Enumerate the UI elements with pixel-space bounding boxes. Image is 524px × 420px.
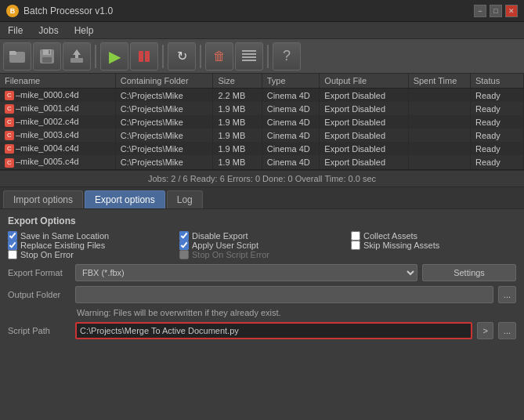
output-row: Output Folder ... [8,286,516,303]
save-in-same-location-checkbox[interactable] [8,231,17,241]
table-row[interactable]: C–mike_0005.c4d C:\Projects\Mike 1.9 MB … [0,155,524,168]
format-select[interactable]: FBX (*.fbx) [75,264,417,281]
separator-3 [200,45,201,68]
tab-export[interactable]: Export options [85,190,165,208]
replace-existing-row: Replace Existing Files [8,241,173,250]
apply-user-script-row: Apply User Script [179,241,345,250]
menu-jobs[interactable]: Jobs [35,24,61,38]
options-grid: Save in Same Location Replace Existing F… [8,231,516,259]
col2: Disable Export Apply User Script Stop On… [179,231,345,259]
refresh-btn[interactable]: ↻ [168,42,196,71]
cell-status: Ready [470,102,523,115]
cell-folder: C:\Projects\Mike [115,129,213,142]
replace-existing-checkbox[interactable] [8,241,17,250]
stop-on-script-error-label: Stop On Script Error [192,250,269,259]
list-btn[interactable] [235,42,263,71]
apply-user-script-label: Apply User Script [192,241,258,250]
svg-rect-5 [42,57,52,63]
cell-type: Cinema 4D [262,155,320,168]
cell-status: Ready [470,89,523,103]
minimize-button[interactable]: − [474,5,486,17]
output-browse-button[interactable]: ... [498,286,516,303]
col1: Save in Same Location Replace Existing F… [8,231,173,259]
cell-output: Export Disabled [320,142,408,155]
collect-assets-label: Collect Assets [363,231,417,241]
cell-type: Cinema 4D [262,142,320,155]
title-text: Batch Processor v1.0 [23,5,474,16]
script-label: Script Path [8,326,70,335]
export-panel: Export Options Save in Same Location Rep… [0,209,524,346]
cell-filename: C–mike_0003.c4d [0,129,115,142]
col-output: Output File [320,74,408,89]
col3: Collect Assets Skip Missing Assets [351,231,516,259]
play-btn[interactable]: ▶ [100,42,128,71]
cell-output: Export Disabled [320,89,408,103]
col-filename: Filename [0,74,115,89]
cell-filename: C–mike_0001.c4d [0,102,115,115]
script-input[interactable] [75,322,472,339]
output-label: Output Folder [8,290,70,299]
menu-bar: File Jobs Help [0,22,524,39]
cell-type: Cinema 4D [262,102,320,115]
script-run-button[interactable]: > [477,322,493,339]
format-row: Export Format FBX (*.fbx) Settings [8,264,516,281]
menu-help[interactable]: Help [71,24,97,38]
svg-rect-9 [139,51,143,62]
skip-missing-checkbox[interactable] [351,241,360,250]
cell-spent [408,89,470,103]
export-btn[interactable] [63,42,91,71]
stop-on-error-checkbox[interactable] [8,250,17,259]
panel-title: Export Options [8,215,516,226]
settings-button[interactable]: Settings [422,264,516,281]
cell-filename: C–mike_0005.c4d [0,155,115,168]
table-row[interactable]: C–mike_0003.c4d C:\Projects\Mike 1.9 MB … [0,129,524,142]
table-row[interactable]: C–mike_0004.c4d C:\Projects\Mike 1.9 MB … [0,142,524,155]
delete-btn[interactable]: 🗑 [205,42,233,71]
disable-export-row: Disable Export [179,231,345,241]
stop-on-script-error-checkbox[interactable] [179,250,189,259]
col-spent: Spent Time [408,74,470,89]
file-table: Filename Containing Folder Size Type Out… [0,74,524,169]
svg-marker-8 [73,49,81,58]
menu-file[interactable]: File [5,24,26,38]
output-input[interactable] [75,286,493,303]
col-folder: Containing Folder [115,74,213,89]
cell-filename: C–mike_0000.c4d [0,89,115,103]
open-btn[interactable] [3,42,31,71]
toolbar: ▶ ↻ 🗑 ? [0,39,524,74]
separator-4 [267,45,269,68]
disable-export-checkbox[interactable] [179,231,189,241]
col-type: Type [262,74,320,89]
stop-btn[interactable] [130,42,158,71]
svg-rect-10 [145,51,150,62]
maximize-button[interactable]: □ [490,5,502,17]
stop-on-script-error-row: Stop On Script Error [179,250,345,259]
svg-rect-7 [70,58,83,63]
separator-1 [95,45,96,68]
file-table-body: C–mike_0000.c4d C:\Projects\Mike 2.2 MB … [0,89,524,169]
table-row[interactable]: C–mike_0002.c4d C:\Projects\Mike 1.9 MB … [0,115,524,129]
format-label: Export Format [8,268,70,277]
help-btn[interactable]: ? [273,42,301,71]
tab-import[interactable]: Import options [3,190,83,208]
script-browse-button[interactable]: ... [498,322,516,339]
col-size: Size [213,74,262,89]
cell-size: 1.9 MB [213,115,262,129]
collect-assets-checkbox[interactable] [351,231,360,241]
table-row[interactable]: C–mike_0001.c4d C:\Projects\Mike 1.9 MB … [0,102,524,115]
status-text: Jobs: 2 / 6 Ready: 6 Errors: 0 Done: 0 O… [148,174,376,183]
cell-type: Cinema 4D [262,115,320,129]
cell-output: Export Disabled [320,129,408,142]
cell-folder: C:\Projects\Mike [115,142,213,155]
cell-folder: C:\Projects\Mike [115,89,213,103]
table-row[interactable]: C–mike_0000.c4d C:\Projects\Mike 2.2 MB … [0,89,524,103]
close-button[interactable]: ✕ [505,5,518,17]
tab-log[interactable]: Log [167,190,203,208]
cell-filename: C–mike_0004.c4d [0,142,115,155]
cell-status: Ready [470,155,523,168]
replace-existing-label: Replace Existing Files [20,241,105,250]
save-btn[interactable] [33,42,61,71]
cell-filename: C–mike_0002.c4d [0,115,115,129]
apply-user-script-checkbox[interactable] [179,241,189,250]
save-in-same-location-label: Save in Same Location [20,231,109,241]
